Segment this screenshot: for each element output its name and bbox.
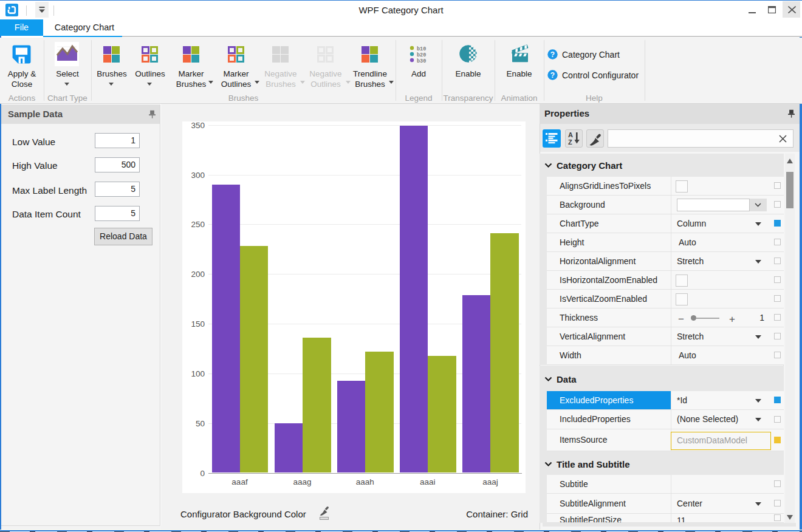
svg-text:b10: b10 xyxy=(417,46,426,52)
svg-text:?: ? xyxy=(550,71,555,80)
svg-text:b20: b20 xyxy=(417,52,426,58)
svg-text:A: A xyxy=(568,131,573,138)
svg-text:Z: Z xyxy=(568,138,572,146)
svg-text:b30: b30 xyxy=(417,58,426,64)
svg-text:?: ? xyxy=(550,50,555,59)
